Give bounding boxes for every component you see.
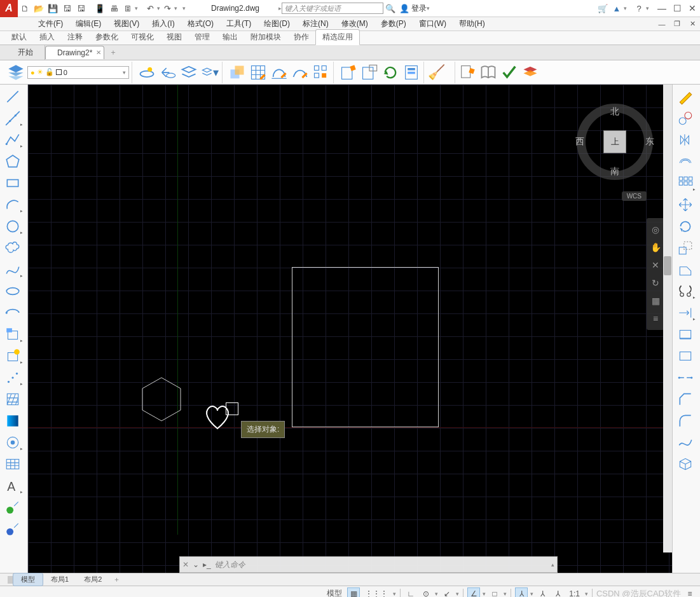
broom-icon[interactable]: 🧹	[427, 63, 446, 82]
wcs-badge[interactable]: WCS	[622, 191, 647, 201]
hatch-tool[interactable]	[1, 389, 24, 409]
fillet-tool[interactable]	[674, 411, 697, 431]
book-icon[interactable]	[479, 63, 498, 82]
user-icon[interactable]: 👤	[398, 2, 411, 15]
break-tool[interactable]	[674, 346, 697, 366]
vertical-scrollbar[interactable]	[663, 85, 672, 552]
ribbon-tab[interactable]: 精选应用	[315, 29, 360, 45]
hatch-edit-icon[interactable]	[249, 63, 268, 82]
ellipse-tool[interactable]	[1, 281, 24, 301]
binoculars-icon[interactable]: 🔍	[384, 2, 397, 15]
table-tool[interactable]	[1, 454, 24, 474]
stretch-tool[interactable]	[674, 259, 697, 280]
doc-minimize-button[interactable]: —	[654, 17, 669, 31]
osnap2d-icon[interactable]: □	[488, 587, 501, 598]
spline-tool[interactable]: ▸	[1, 259, 24, 280]
gradient-tool[interactable]	[1, 411, 24, 431]
sheet-icon[interactable]: 🗏	[121, 2, 134, 15]
dropdown-icon[interactable]: ▾	[646, 5, 649, 11]
menu-tools[interactable]: 工具(T)	[220, 17, 257, 31]
pan-icon[interactable]: ✋	[647, 238, 664, 256]
rotate-tool[interactable]	[674, 216, 697, 237]
command-input[interactable]: 键入命令	[215, 559, 547, 570]
ribbon-tab[interactable]: 插入	[33, 30, 61, 45]
menu-view[interactable]: 视图(V)	[107, 17, 146, 31]
customize-icon[interactable]: ≡	[683, 587, 696, 598]
dropdown-icon[interactable]: ▾	[624, 5, 627, 11]
donut-tool[interactable]	[1, 497, 24, 518]
menu-help[interactable]: 帮助(H)	[453, 17, 491, 31]
search-input[interactable]: 键入关键字或短语	[282, 3, 383, 14]
saveas-icon[interactable]: 🖫	[60, 2, 73, 15]
close-icon[interactable]: ✕	[182, 560, 189, 569]
dropdown-icon[interactable]: ▾	[504, 591, 507, 597]
steering-wheel-icon[interactable]: ◎	[647, 221, 664, 238]
ribbon-tab[interactable]: 注释	[61, 30, 89, 45]
polyline-tool[interactable]: ▸	[1, 130, 24, 150]
check-icon[interactable]	[500, 63, 519, 82]
polar-icon[interactable]: ⊙	[420, 587, 432, 598]
open-icon[interactable]: 📂	[32, 2, 45, 15]
mobile-icon[interactable]: 📱	[93, 2, 106, 15]
orbit-icon[interactable]: ↻	[647, 274, 664, 292]
erase-tool[interactable]	[674, 86, 697, 107]
show-icon[interactable]: ▦	[647, 292, 664, 310]
menu-file[interactable]: 文件(F)	[32, 17, 69, 31]
tool-palettes-icon[interactable]	[402, 63, 421, 82]
model-button[interactable]: 模型	[324, 587, 345, 598]
ribbon-tab[interactable]: 输出	[216, 30, 244, 45]
revcloud-tool[interactable]	[1, 238, 24, 258]
dropdown-icon[interactable]: ▾	[174, 5, 177, 11]
blend-tool[interactable]	[674, 432, 697, 453]
menu-param[interactable]: 参数(P)	[374, 17, 413, 31]
dropdown-icon[interactable]: ▾	[456, 591, 459, 597]
app-logo[interactable]: A	[0, 0, 18, 17]
attach-icon[interactable]	[360, 63, 379, 82]
annoauto-icon[interactable]: ⅄	[551, 587, 564, 598]
new-tab-button[interactable]: ＋	[104, 45, 122, 60]
offset-tool[interactable]	[674, 151, 697, 172]
isometric-icon[interactable]: ↙	[441, 587, 453, 598]
layer-combo[interactable]: ● ☀ 🔓 0 ▾	[27, 66, 129, 79]
arc-tool[interactable]: ▸	[1, 195, 24, 215]
dropdown-icon[interactable]: ▾	[182, 5, 186, 11]
text-tool[interactable]: A▸	[1, 476, 24, 496]
menu-window[interactable]: 窗口(W)	[413, 17, 453, 31]
compass-north[interactable]: 北	[610, 106, 619, 118]
donut-fill-tool[interactable]	[1, 519, 24, 539]
layer-prev-icon[interactable]	[158, 63, 177, 82]
print-icon[interactable]: 🖶	[107, 2, 120, 15]
array-edit-icon[interactable]	[312, 63, 331, 82]
sheet-set-icon[interactable]	[458, 63, 477, 82]
region-tool[interactable]: ▸	[1, 432, 24, 453]
polygon-tool[interactable]	[1, 151, 24, 172]
join-tool[interactable]	[674, 367, 697, 388]
scale-button[interactable]: 1:1	[566, 587, 582, 598]
save-icon[interactable]: 💾	[46, 2, 59, 15]
layout-tab[interactable]: 布局1	[43, 573, 76, 586]
dropdown-icon[interactable]: ▾	[483, 591, 486, 597]
login-label[interactable]: 登录	[411, 3, 427, 14]
dropdown-icon[interactable]: ▾	[123, 69, 126, 76]
ribbon-tab[interactable]: 管理	[188, 30, 216, 45]
chevron-icon[interactable]: ⌄	[193, 560, 199, 569]
annoscale-icon[interactable]: ⅄	[536, 587, 549, 598]
help-icon[interactable]: ?	[633, 2, 645, 15]
compass-west[interactable]: 西	[575, 136, 584, 148]
close-button[interactable]: ✕	[685, 1, 700, 15]
block-tool[interactable]: ▸	[1, 324, 24, 345]
layer-match-icon[interactable]	[137, 63, 156, 82]
close-icon[interactable]: ✕	[96, 49, 101, 56]
ortho-icon[interactable]: ∟	[404, 587, 417, 598]
doc-restore-button[interactable]: ❐	[669, 17, 685, 31]
break-point-tool[interactable]	[674, 324, 697, 345]
layout-tab[interactable]: 布局2	[76, 573, 109, 586]
layers-panel-icon[interactable]	[521, 63, 540, 82]
point-tool[interactable]: ▸	[1, 367, 24, 388]
cart-icon[interactable]: 🛒	[596, 2, 609, 15]
xref-icon[interactable]	[339, 63, 358, 82]
ellipse-arc-tool[interactable]	[1, 303, 24, 323]
viewcube-top[interactable]: 上	[603, 130, 626, 153]
layer-properties-icon[interactable]	[6, 63, 25, 82]
model-tab[interactable]: 模型	[13, 573, 43, 586]
